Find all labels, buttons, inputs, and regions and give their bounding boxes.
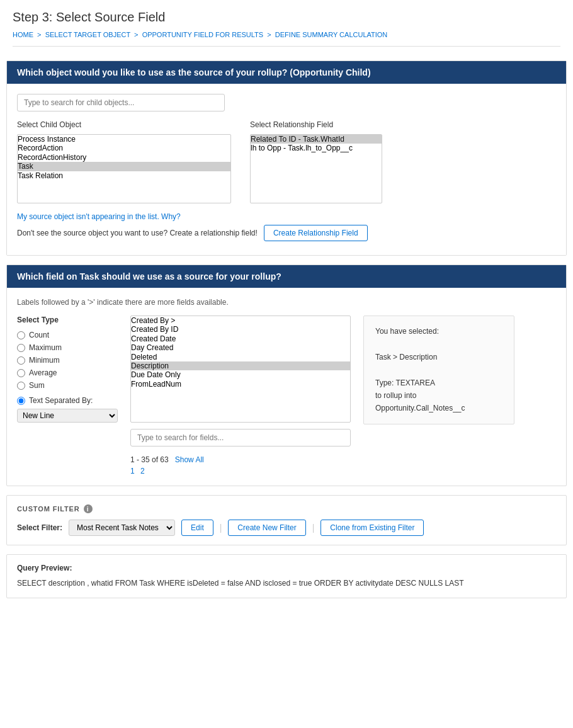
list-item[interactable]: Task Relation	[18, 171, 230, 180]
pipe-divider-2: |	[312, 523, 315, 533]
child-object-group: Select Child Object Process Instance Rec…	[17, 120, 231, 203]
create-filter-button[interactable]: Create New Filter	[228, 520, 305, 536]
selected-rollup-field: Opportunity.Call_Notes__c	[375, 402, 502, 414]
list-item[interactable]: RecordAction	[18, 144, 230, 152]
radio-minimum[interactable]: Minimum	[17, 356, 118, 365]
list-item[interactable]: Created By ID	[131, 325, 350, 334]
custom-filter-header: CUSTOM FILTER i	[17, 504, 556, 513]
page-2-link[interactable]: 2	[140, 467, 145, 475]
source-field-section: Which field on Task should we use as a s…	[6, 264, 567, 486]
missing-source-info: My source object isn't appearing in the …	[17, 212, 556, 241]
selected-info-box: You have selected: Task > Description Ty…	[363, 316, 514, 424]
radio-average[interactable]: Average	[17, 368, 118, 377]
type-field-row: Select Type Count Maximum Minimum Averag…	[17, 316, 556, 475]
page-1-link[interactable]: 1	[130, 467, 135, 475]
list-item[interactable]: Created By >	[131, 316, 350, 325]
child-object-label: Select Child Object	[17, 120, 231, 129]
missing-source-text: Don't see the source object you want to …	[17, 225, 556, 241]
radio-count-input[interactable]	[17, 331, 25, 339]
source-object-header: Which object would you like to use as th…	[7, 61, 566, 84]
radio-sum-input[interactable]	[17, 382, 25, 390]
child-object-search[interactable]	[17, 94, 225, 111]
selected-field-name: Task > Description	[375, 351, 502, 363]
custom-filter-title: CUSTOM FILTER	[17, 505, 80, 513]
field-list-container: Created By > Created By ID Created Date …	[130, 316, 351, 475]
query-label: Query Preview:	[17, 564, 556, 572]
missing-source-link[interactable]: My source object isn't appearing in the …	[17, 212, 181, 221]
page-title: Step 3: Select Source Field	[13, 10, 560, 25]
pagination-range: 1 - 35 of 63	[130, 455, 169, 464]
list-item[interactable]: Deleted	[131, 353, 350, 361]
clone-filter-button[interactable]: Clone from Existing Filter	[321, 520, 424, 536]
edit-filter-button[interactable]: Edit	[181, 520, 213, 536]
source-object-body: Select Child Object Process Instance Rec…	[7, 84, 566, 255]
page-links: 1 2	[130, 467, 351, 475]
radio-maximum-label: Maximum	[29, 343, 62, 352]
custom-filter-section: CUSTOM FILTER i Select Filter: Most Rece…	[6, 495, 567, 545]
list-item[interactable]: RecordActionHistory	[18, 153, 230, 162]
pagination-row: 1 - 35 of 63 Show All 1 2	[130, 455, 351, 475]
selected-rollup-label: to rollup into	[375, 389, 502, 402]
breadcrumb: HOME > SELECT TARGET OBJECT > OPPORTUNIT…	[13, 31, 560, 38]
list-item[interactable]: Day Created	[131, 343, 350, 352]
show-all-link[interactable]: Show All	[175, 455, 204, 464]
selected-type-label: Type: TEXTAREA	[375, 377, 502, 389]
radio-count-label: Count	[29, 331, 49, 339]
text-sep-row: Text Separated By:	[17, 396, 118, 405]
pipe-divider-1: |	[220, 523, 222, 533]
relationship-field-listbox[interactable]: Related To ID - Task.WhatId lh to Opp - …	[250, 134, 382, 203]
list-item[interactable]: Related To ID - Task.WhatId	[251, 135, 382, 144]
radio-text-sep-input[interactable]	[17, 397, 25, 405]
selected-info-label: You have selected:	[375, 325, 502, 338]
source-field-body: Labels followed by a '>' indicate there …	[7, 288, 566, 486]
child-object-listbox[interactable]: Process Instance RecordAction RecordActi…	[17, 134, 231, 203]
field-listbox[interactable]: Created By > Created By ID Created Date …	[130, 316, 351, 423]
radio-average-label: Average	[29, 368, 57, 377]
info-icon[interactable]: i	[84, 504, 93, 513]
type-select-group: Select Type Count Maximum Minimum Averag…	[17, 316, 118, 423]
breadcrumb-define[interactable]: DEFINE SUMMARY CALCULATION	[275, 31, 387, 38]
list-item[interactable]: lh to Opp - Task.lh_to_Opp__c	[251, 144, 382, 152]
radio-sum[interactable]: Sum	[17, 381, 118, 390]
radio-count[interactable]: Count	[17, 331, 118, 339]
radio-sum-label: Sum	[29, 381, 45, 390]
list-item[interactable]: Description	[131, 361, 350, 370]
breadcrumb-home[interactable]: HOME	[13, 31, 33, 38]
list-item[interactable]: Due Date Only	[131, 370, 350, 379]
radio-minimum-label: Minimum	[29, 356, 60, 365]
filter-label: Select Filter:	[17, 523, 62, 532]
relationship-field-group: Select Relationship Field Related To ID …	[250, 120, 382, 203]
source-object-section: Which object would you like to use as th…	[6, 60, 567, 256]
radio-average-input[interactable]	[17, 369, 25, 377]
type-select-label: Select Type	[17, 316, 118, 324]
hint-text: Labels followed by a '>' indicate there …	[17, 298, 556, 307]
query-preview-section: Query Preview: SELECT description , what…	[6, 554, 567, 598]
filter-select[interactable]: Most Recent Task Notes	[69, 520, 175, 536]
radio-minimum-input[interactable]	[17, 356, 25, 365]
breadcrumb-target[interactable]: SELECT TARGET OBJECT	[45, 31, 130, 38]
source-field-header: Which field on Task should we use as a s…	[7, 265, 566, 288]
page-header: Step 3: Select Source Field HOME > SELEC…	[0, 0, 573, 52]
relationship-field-label: Select Relationship Field	[250, 120, 382, 129]
query-text: SELECT description , whatid FROM Task WH…	[17, 577, 556, 589]
list-item[interactable]: Process Instance	[18, 135, 230, 144]
create-relationship-button[interactable]: Create Relationship Field	[264, 225, 368, 241]
text-sep-label: Text Separated By:	[29, 396, 93, 405]
breadcrumb-opportunity[interactable]: OPPORTUNITY FIELD FOR RESULTS	[142, 31, 264, 38]
separator-select[interactable]: New Line Comma Semicolon Space	[17, 409, 118, 423]
radio-maximum[interactable]: Maximum	[17, 343, 118, 352]
list-item[interactable]: Created Date	[131, 334, 350, 343]
list-item[interactable]: Task	[18, 162, 230, 171]
filter-row: Select Filter: Most Recent Task Notes Ed…	[17, 520, 556, 536]
field-search-input[interactable]	[130, 429, 351, 446]
object-select-row: Select Child Object Process Instance Rec…	[17, 120, 556, 203]
list-item[interactable]: FromLeadNum	[131, 380, 350, 389]
radio-maximum-input[interactable]	[17, 344, 25, 352]
